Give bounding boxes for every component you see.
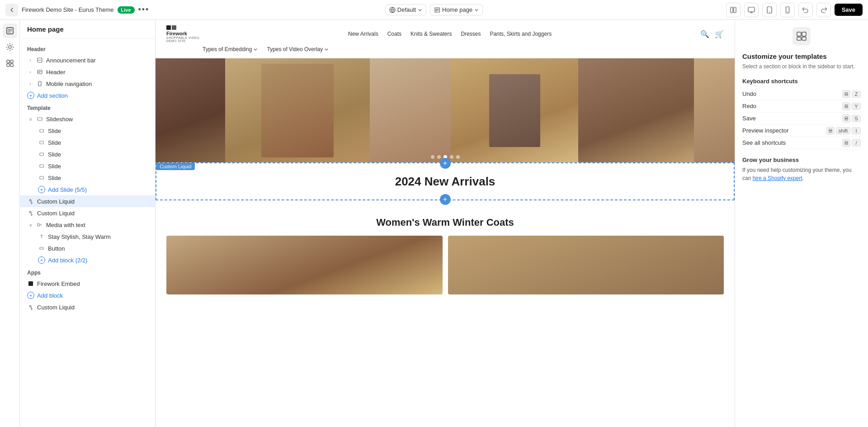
slide-dot-2[interactable] [437,155,441,159]
sidebar-item-media-with-text[interactable]: ∨ Media with text [20,219,155,231]
add-block-top-button[interactable]: + [440,158,451,169]
default-selector[interactable]: Default [385,4,426,15]
nav-video-overlay[interactable]: Types of Video Overlay [267,46,329,52]
preview-area: Firework SHOPPABLE VIDEODEMO SITE New Ar… [156,20,735,427]
more-button[interactable]: ••• [138,5,150,14]
page-selector[interactable]: Home page [430,4,483,15]
save-button[interactable]: Save [835,4,863,16]
preview-scroll[interactable]: Firework SHOPPABLE VIDEODEMO SITE New Ar… [156,20,735,427]
add-block-bottom-button[interactable]: + [440,194,451,205]
announcement-icon [36,57,43,64]
slide-icon [38,162,45,170]
button-icon [38,245,45,252]
layout-icon-button[interactable] [726,3,741,17]
back-button[interactable] [5,4,18,16]
nav-knits[interactable]: Knits & Sweaters [410,31,452,37]
slide-image-1 [156,58,225,162]
slash-key: / [852,139,861,147]
custom-liquid-2-label: Custom Liquid [37,210,75,217]
sidebar-item-slide-1[interactable]: Slide [20,125,155,137]
svg-rect-11 [10,60,13,63]
sidebar-item-slide-3[interactable]: Slide [20,148,155,160]
pages-icon[interactable] [3,24,17,38]
preview-inspector-keys: shift I [826,127,861,135]
nav-embedding[interactable]: Types of Embedding [203,46,258,52]
undo-button[interactable] [798,3,813,17]
add-slide-link[interactable]: + Add Slide (5/5) [20,184,155,195]
tablet-icon-button[interactable] [762,3,777,17]
button-label: Button [48,245,65,252]
custom-liquid-badge: Custom Liquid [156,163,195,170]
sidebar-item-announcement-bar[interactable]: › Announcement bar [20,54,155,66]
store-nav-top: Firework SHOPPABLE VIDEODEMO SITE New Ar… [166,25,724,43]
sidebar-item-custom-liquid-1[interactable]: Custom Liquid [20,195,155,207]
add-block-link[interactable]: + Add block (2/2) [20,254,155,266]
nav-pants[interactable]: Pants, Skirts and Joggers [490,31,552,37]
slide-5-label: Slide [48,175,61,181]
blocks-icon[interactable] [3,56,17,71]
slide-icon [38,151,45,158]
mobile-nav-icon [36,80,43,87]
sidebar-item-slideshow[interactable]: ∨ Slideshow [20,113,155,125]
firework-icon [27,280,34,287]
redo-button[interactable] [816,3,831,17]
svg-rect-22 [40,176,43,179]
product-card-2[interactable] [448,236,724,294]
nav-new-arrivals[interactable]: New Arrivals [348,31,378,37]
sidebar-item-stay-stylish[interactable]: Stay Stylish, Stay Warm [20,231,155,242]
svg-rect-28 [797,37,801,40]
slide-dot-1[interactable] [431,155,434,159]
svg-rect-13 [10,64,13,66]
save-label-shortcut: Save [742,115,756,122]
shortcut-undo: Undo Z [742,88,861,100]
sidebar-item-custom-liquid-3[interactable]: Custom Liquid [20,301,155,313]
nav-links: New Arrivals Coats Knits & Sweaters Dres… [348,31,552,37]
media-with-text-label: Media with text [46,222,85,228]
svg-rect-27 [802,32,806,36]
search-icon[interactable]: 🔍 [700,30,709,38]
nav-coats[interactable]: Coats [387,31,401,37]
cmd-key [826,127,835,135]
svg-rect-24 [40,247,43,249]
mobile-icon-button[interactable] [780,3,795,17]
sidebar-item-slide-2[interactable]: Slide [20,137,155,148]
sidebar-item-slide-4[interactable]: Slide [20,160,155,172]
top-bar: Firework Demo Site - Eurus Theme Live ••… [0,0,868,20]
sidebar-item-slide-5[interactable]: Slide [20,172,155,184]
svg-rect-3 [748,7,755,12]
add-block-apps-link[interactable]: + Add block [20,289,155,301]
icon-bar [0,20,20,427]
slide-dot-4[interactable] [450,155,453,159]
cart-icon[interactable]: 🛒 [715,30,724,38]
sidebar-item-firework-embed[interactable]: Firework Embed [20,278,155,289]
customize-title: Customize your templates [742,52,861,60]
settings-icon[interactable] [3,40,17,54]
nav-dresses[interactable]: Dresses [461,31,481,37]
nav-dropdowns: Types of Embedding Types of Video Overla… [166,46,724,52]
svg-point-9 [9,46,11,48]
product-card-1[interactable] [166,236,443,294]
add-slide-label: Add Slide (5/5) [48,186,87,193]
slideshow-icon [36,115,43,123]
header-label-item: Header [46,69,66,76]
save-keys: S [842,114,861,123]
sidebar-item-header[interactable]: › Header [20,66,155,78]
sidebar-scroll: Header › Announcement bar › Header › [20,39,155,427]
sidebar-item-mobile-nav[interactable]: › Mobile navigation [20,78,155,90]
slide-image-2 [225,58,370,162]
slide-dot-5[interactable] [456,155,460,159]
logo-box-1 [166,25,171,30]
hire-shopify-expert-link[interactable]: hire a Shopify expert [753,175,802,181]
custom-liquid-section[interactable]: Custom Liquid + 2024 New Arrivals + [156,162,735,200]
shift-key: shift [836,127,850,134]
desktop-icon-button[interactable] [744,3,759,17]
sidebar-item-custom-liquid-2[interactable]: Custom Liquid [20,207,155,219]
slide-2-label: Slide [48,139,61,146]
sidebar: Home page Header › Announcement bar › He… [20,20,156,427]
announcement-bar-label: Announcement bar [46,57,96,64]
add-section-link[interactable]: + Add section [20,90,155,101]
liquid-icon [27,209,34,217]
sidebar-item-button[interactable]: Button [20,242,155,254]
custom-liquid-1-label: Custom Liquid [37,198,75,205]
preview-inspector-label: Preview inspector [742,127,789,134]
